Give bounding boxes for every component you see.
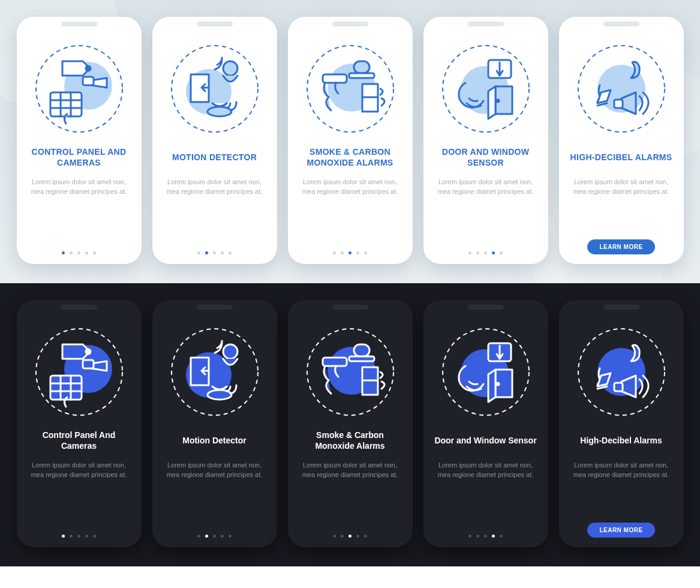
phone-notch: [603, 305, 639, 310]
phone-notch: [197, 305, 233, 310]
svg-rect-46: [354, 344, 369, 356]
dot[interactable]: [77, 251, 80, 254]
phone-mockup: MOTION DETECTOR Lorem ipsum dolor sit am…: [152, 17, 277, 264]
dot[interactable]: [349, 535, 351, 538]
screen-title: Smoke & Carbon Monoxide Alarms: [296, 428, 404, 452]
dot[interactable]: [476, 251, 479, 254]
pagination-dots: [468, 251, 503, 254]
phone-notch: [603, 22, 639, 26]
dot[interactable]: [229, 535, 232, 538]
dot[interactable]: [341, 535, 344, 538]
pagination-dots: [62, 535, 96, 538]
svg-rect-8: [83, 77, 94, 85]
svg-rect-16: [354, 61, 369, 73]
screen-body: Lorem ipsum dolor sit amet non, mea regi…: [432, 178, 540, 197]
motion-detector-icon: [167, 41, 263, 137]
dot[interactable]: [492, 535, 495, 538]
dot[interactable]: [197, 535, 200, 538]
dot[interactable]: [500, 251, 503, 254]
phone-mockup: CONTROL PANEL AND CAMERAS Lorem ipsum do…: [17, 17, 142, 264]
svg-point-7: [86, 66, 91, 71]
dot[interactable]: [476, 535, 479, 538]
svg-rect-2: [50, 92, 82, 116]
dot[interactable]: [468, 535, 471, 538]
dot[interactable]: [213, 251, 216, 254]
screen-body: Lorem ipsum dolor sit amet non, mea regi…: [296, 178, 404, 197]
phone-mockup: Motion Detector Lorem ipsum dolor sit am…: [152, 300, 277, 547]
dot[interactable]: [492, 251, 495, 254]
dot[interactable]: [197, 251, 200, 254]
smoke-co-alarms-icon: [302, 41, 398, 137]
phone-mockup: High-Decibel Alarms Lorem ipsum dolor si…: [559, 300, 684, 547]
phone-notch: [332, 22, 368, 26]
dot[interactable]: [364, 251, 367, 254]
smoke-co-alarms-icon: [302, 324, 398, 420]
dot[interactable]: [333, 251, 336, 254]
screen-title: DOOR AND WINDOW SENSOR: [432, 145, 540, 169]
dot[interactable]: [93, 535, 96, 538]
svg-rect-29: [614, 100, 623, 108]
screen-body: Lorem ipsum dolor sit amet non, mea regi…: [161, 178, 269, 197]
dot[interactable]: [221, 535, 224, 538]
phone-notch: [468, 22, 504, 26]
svg-rect-48: [323, 358, 347, 366]
dot[interactable]: [62, 535, 65, 538]
phone-notch: [332, 305, 368, 310]
svg-rect-59: [614, 383, 623, 391]
high-decibel-alarms-icon: [573, 41, 669, 137]
onboarding-row-dark: Control Panel And Cameras Lorem ipsum do…: [0, 283, 700, 566]
dot[interactable]: [500, 535, 503, 538]
dot[interactable]: [356, 535, 359, 538]
screen-body: Lorem ipsum dolor sit amet non, mea regi…: [567, 178, 675, 197]
pagination-dots: [62, 251, 96, 254]
dot[interactable]: [221, 251, 224, 254]
pagination-dots: [197, 251, 232, 254]
phone-mockup: DOOR AND WINDOW SENSOR Lorem ipsum dolor…: [423, 17, 548, 264]
learn-more-button[interactable]: LEARN MORE: [587, 523, 654, 538]
dot[interactable]: [349, 251, 351, 254]
screen-title: CONTROL PANEL AND CAMERAS: [25, 145, 133, 169]
motion-detector-icon: [167, 324, 263, 420]
dot[interactable]: [70, 251, 73, 254]
phone-mockup: SMOKE & CARBON MONOXIDE ALARMS Lorem ips…: [288, 17, 413, 264]
dot[interactable]: [468, 251, 471, 254]
phone-notch: [61, 305, 97, 310]
svg-point-12: [223, 61, 238, 76]
dot[interactable]: [356, 251, 359, 254]
onboarding-row-light: CONTROL PANEL AND CAMERAS Lorem ipsum do…: [0, 0, 700, 283]
dot[interactable]: [62, 251, 65, 254]
dot[interactable]: [333, 535, 336, 538]
svg-point-55: [497, 383, 499, 385]
dot[interactable]: [484, 251, 487, 254]
dot[interactable]: [70, 535, 73, 538]
dot[interactable]: [229, 251, 232, 254]
dot[interactable]: [85, 535, 88, 538]
learn-more-button[interactable]: LEARN MORE: [587, 239, 654, 254]
dot[interactable]: [484, 535, 487, 538]
high-decibel-alarms-icon: [573, 324, 669, 420]
dot[interactable]: [85, 251, 88, 254]
dot[interactable]: [205, 535, 208, 538]
screen-title: Control Panel And Cameras: [25, 428, 133, 452]
svg-rect-38: [83, 360, 94, 368]
phone-mockup: HIGH-DECIBEL ALARMS Lorem ipsum dolor si…: [559, 17, 684, 264]
dot[interactable]: [341, 251, 344, 254]
dot[interactable]: [93, 251, 96, 254]
svg-rect-47: [349, 356, 374, 361]
screen-title: Door and Window Sensor: [434, 428, 536, 452]
dot[interactable]: [77, 535, 80, 538]
dot[interactable]: [205, 251, 208, 254]
svg-point-37: [86, 349, 91, 354]
pagination-dots: [197, 535, 232, 538]
svg-rect-18: [323, 74, 347, 83]
phone-notch: [197, 22, 233, 26]
svg-rect-17: [349, 73, 374, 78]
phone-notch: [61, 22, 97, 26]
dot[interactable]: [364, 535, 367, 538]
control-panel-cameras-icon: [31, 41, 127, 137]
screen-body: Lorem ipsum dolor sit amet non, mea regi…: [567, 461, 675, 480]
screen-title: SMOKE & CARBON MONOXIDE ALARMS: [296, 145, 404, 169]
dot[interactable]: [213, 535, 216, 538]
control-panel-cameras-icon: [31, 324, 127, 420]
svg-point-42: [223, 344, 238, 359]
